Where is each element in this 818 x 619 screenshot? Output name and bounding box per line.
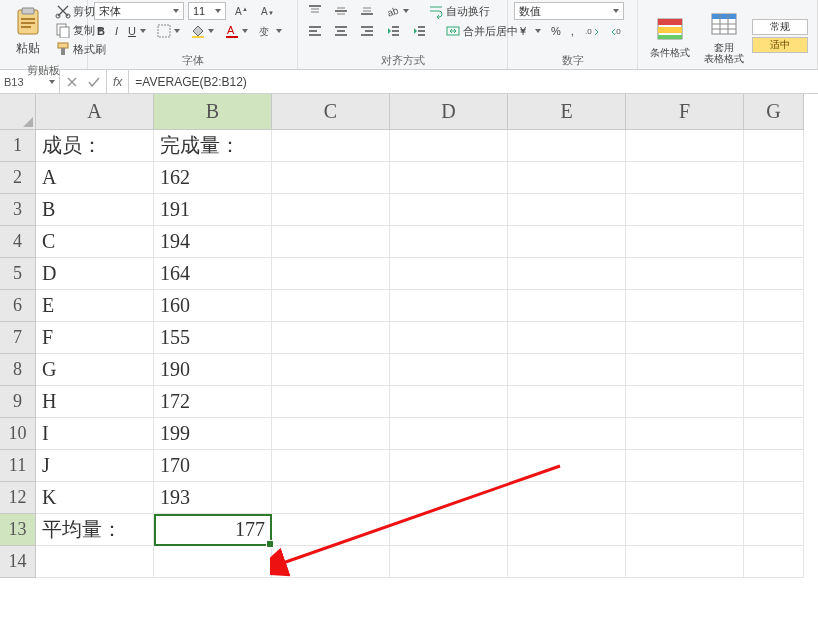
col-header-E[interactable]: E bbox=[508, 94, 626, 130]
cell-F11[interactable] bbox=[626, 450, 744, 482]
cell-A11[interactable]: J bbox=[36, 450, 154, 482]
cell-E8[interactable] bbox=[508, 354, 626, 386]
cell-C3[interactable] bbox=[272, 194, 390, 226]
cell-A9[interactable]: H bbox=[36, 386, 154, 418]
cell-D13[interactable] bbox=[390, 514, 508, 546]
fill-color-button[interactable] bbox=[187, 22, 217, 40]
cell-E14[interactable] bbox=[508, 546, 626, 578]
wrap-text-button[interactable]: 自动换行 bbox=[425, 2, 493, 20]
cell-C1[interactable] bbox=[272, 130, 390, 162]
cell-A13[interactable]: 平均量： bbox=[36, 514, 154, 546]
cell-G2[interactable] bbox=[744, 162, 804, 194]
col-header-D[interactable]: D bbox=[390, 94, 508, 130]
row-header-8[interactable]: 8 bbox=[0, 354, 36, 386]
comma-button[interactable]: , bbox=[568, 24, 577, 38]
cell-F2[interactable] bbox=[626, 162, 744, 194]
row-header-7[interactable]: 7 bbox=[0, 322, 36, 354]
border-button[interactable] bbox=[153, 22, 183, 40]
cell-F13[interactable] bbox=[626, 514, 744, 546]
cell-C13[interactable] bbox=[272, 514, 390, 546]
cell-D4[interactable] bbox=[390, 226, 508, 258]
cell-B9[interactable]: 172 bbox=[154, 386, 272, 418]
cell-B1[interactable]: 完成量： bbox=[154, 130, 272, 162]
col-header-F[interactable]: F bbox=[626, 94, 744, 130]
align-right-button[interactable] bbox=[356, 22, 378, 40]
cell-C10[interactable] bbox=[272, 418, 390, 450]
cell-A8[interactable]: G bbox=[36, 354, 154, 386]
cell-B5[interactable]: 164 bbox=[154, 258, 272, 290]
cell-C8[interactable] bbox=[272, 354, 390, 386]
cell-E7[interactable] bbox=[508, 322, 626, 354]
cell-B11[interactable]: 170 bbox=[154, 450, 272, 482]
align-bottom-button[interactable] bbox=[356, 2, 378, 20]
col-header-G[interactable]: G bbox=[744, 94, 804, 130]
formula-input[interactable]: =AVERAGE(B2:B12) bbox=[129, 70, 818, 93]
cell-B8[interactable]: 190 bbox=[154, 354, 272, 386]
cell-C5[interactable] bbox=[272, 258, 390, 290]
cell-G10[interactable] bbox=[744, 418, 804, 450]
paste-button[interactable]: 粘贴 bbox=[6, 2, 50, 61]
cell-D7[interactable] bbox=[390, 322, 508, 354]
decrease-font-button[interactable]: A▼ bbox=[256, 2, 278, 20]
cell-C9[interactable] bbox=[272, 386, 390, 418]
row-header-11[interactable]: 11 bbox=[0, 450, 36, 482]
cell-D5[interactable] bbox=[390, 258, 508, 290]
cell-C14[interactable] bbox=[272, 546, 390, 578]
cell-D2[interactable] bbox=[390, 162, 508, 194]
cell-F1[interactable] bbox=[626, 130, 744, 162]
cell-G8[interactable] bbox=[744, 354, 804, 386]
cell-E3[interactable] bbox=[508, 194, 626, 226]
cell-G7[interactable] bbox=[744, 322, 804, 354]
cell-G13[interactable] bbox=[744, 514, 804, 546]
cell-G4[interactable] bbox=[744, 226, 804, 258]
percent-button[interactable]: % bbox=[548, 24, 564, 38]
cell-B7[interactable]: 155 bbox=[154, 322, 272, 354]
cell-E2[interactable] bbox=[508, 162, 626, 194]
cell-A1[interactable]: 成员： bbox=[36, 130, 154, 162]
cell-F12[interactable] bbox=[626, 482, 744, 514]
row-header-10[interactable]: 10 bbox=[0, 418, 36, 450]
row-header-1[interactable]: 1 bbox=[0, 130, 36, 162]
cell-F14[interactable] bbox=[626, 546, 744, 578]
cell-F6[interactable] bbox=[626, 290, 744, 322]
row-header-6[interactable]: 6 bbox=[0, 290, 36, 322]
cell-G12[interactable] bbox=[744, 482, 804, 514]
cell-G11[interactable] bbox=[744, 450, 804, 482]
cell-G6[interactable] bbox=[744, 290, 804, 322]
row-header-14[interactable]: 14 bbox=[0, 546, 36, 578]
cell-B14[interactable] bbox=[154, 546, 272, 578]
cell-C11[interactable] bbox=[272, 450, 390, 482]
cell-D3[interactable] bbox=[390, 194, 508, 226]
cell-E11[interactable] bbox=[508, 450, 626, 482]
enter-formula-button[interactable] bbox=[86, 74, 102, 90]
cell-A4[interactable]: C bbox=[36, 226, 154, 258]
cell-A2[interactable]: A bbox=[36, 162, 154, 194]
cell-B3[interactable]: 191 bbox=[154, 194, 272, 226]
cell-B6[interactable]: 160 bbox=[154, 290, 272, 322]
underline-button[interactable]: U bbox=[125, 24, 149, 38]
cell-F8[interactable] bbox=[626, 354, 744, 386]
phonetic-button[interactable]: 变 bbox=[255, 22, 285, 40]
cell-C6[interactable] bbox=[272, 290, 390, 322]
cell-G14[interactable] bbox=[744, 546, 804, 578]
cell-D1[interactable] bbox=[390, 130, 508, 162]
row-header-12[interactable]: 12 bbox=[0, 482, 36, 514]
cell-A3[interactable]: B bbox=[36, 194, 154, 226]
cell-G1[interactable] bbox=[744, 130, 804, 162]
cell-E9[interactable] bbox=[508, 386, 626, 418]
align-left-button[interactable] bbox=[304, 22, 326, 40]
cell-F10[interactable] bbox=[626, 418, 744, 450]
indent-decrease-button[interactable] bbox=[382, 22, 404, 40]
cell-F9[interactable] bbox=[626, 386, 744, 418]
cell-B13[interactable]: 177 bbox=[154, 514, 272, 546]
number-format-select[interactable]: 数值 bbox=[514, 2, 624, 20]
format-as-table-button[interactable]: 套用 表格格式 bbox=[698, 4, 750, 68]
cell-F7[interactable] bbox=[626, 322, 744, 354]
row-header-2[interactable]: 2 bbox=[0, 162, 36, 194]
cell-D12[interactable] bbox=[390, 482, 508, 514]
font-size-select[interactable]: 11 bbox=[188, 2, 226, 20]
cell-F3[interactable] bbox=[626, 194, 744, 226]
cell-A7[interactable]: F bbox=[36, 322, 154, 354]
cell-E1[interactable] bbox=[508, 130, 626, 162]
cell-D11[interactable] bbox=[390, 450, 508, 482]
